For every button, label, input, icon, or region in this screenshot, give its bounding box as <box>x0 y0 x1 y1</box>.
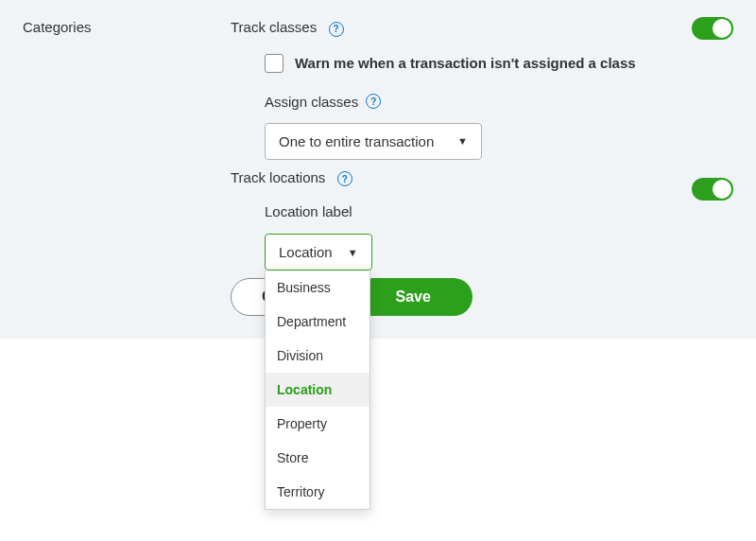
warn-checkbox[interactable] <box>265 54 284 73</box>
section-title: Categories <box>23 19 92 35</box>
assign-classes-select[interactable]: One to entire transaction ▼ <box>265 123 482 160</box>
dropdown-item[interactable]: Property <box>266 407 369 441</box>
location-dropdown-menu: BusinessDepartmentDivisionLocationProper… <box>265 270 370 510</box>
dropdown-item[interactable]: Location <box>266 373 369 407</box>
dropdown-item[interactable]: Territory <box>266 475 369 509</box>
help-icon[interactable]: ? <box>366 94 381 109</box>
dropdown-item[interactable]: Store <box>266 441 369 475</box>
dropdown-item[interactable]: Department <box>266 305 369 339</box>
caret-down-icon: ▼ <box>348 247 358 258</box>
dropdown-item[interactable]: Business <box>266 270 369 305</box>
location-label-select[interactable]: Location ▼ <box>265 234 372 270</box>
save-button[interactable]: Save <box>353 278 472 316</box>
assign-classes-label: Assign classes <box>265 94 358 110</box>
location-label-value: Location <box>279 244 333 260</box>
assign-classes-value: One to entire transaction <box>279 133 434 149</box>
caret-down-icon: ▼ <box>457 135 468 147</box>
track-classes-label: Track classes <box>231 19 317 35</box>
track-locations-label: Track locations <box>231 169 325 185</box>
dropdown-item[interactable]: Division <box>266 339 369 373</box>
help-icon[interactable]: ? <box>329 22 344 37</box>
warn-checkbox-label: Warn me when a transaction isn't assigne… <box>295 55 636 71</box>
location-label-text: Location label <box>265 203 352 219</box>
help-icon[interactable]: ? <box>337 171 352 186</box>
